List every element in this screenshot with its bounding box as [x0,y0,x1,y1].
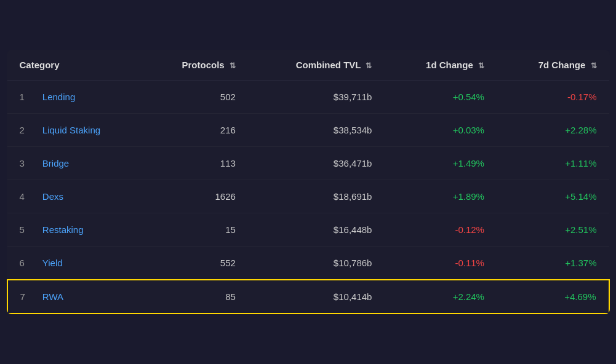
tvl-header[interactable]: Combined TVL ⇅ [248,50,385,81]
row-change7d: +5.14% [497,180,609,213]
row-change1d: +1.89% [384,180,497,213]
category-header: Category [7,50,142,81]
row-protocols: 502 [142,81,248,114]
row-category[interactable]: Bridge [30,147,142,180]
row-category[interactable]: Dexs [30,180,142,213]
row-protocols: 85 [142,280,248,314]
row-change1d: -0.11% [384,247,497,280]
row-category[interactable]: Liquid Staking [30,114,142,147]
table-row: 4 Dexs 1626 $18,691b +1.89% +5.14% [7,180,609,213]
row-tvl: $38,534b [248,114,385,147]
row-category[interactable]: Restaking [30,213,142,247]
protocols-header[interactable]: Protocols ⇅ [142,50,248,81]
protocols-sort-icon: ⇅ [230,61,236,70]
row-rank: 6 [7,247,30,280]
change7d-header-label: 7d Change [538,60,586,70]
table-row: 6 Yield 552 $10,786b -0.11% +1.37% [7,247,609,280]
row-rank: 4 [7,180,30,213]
row-change1d: +2.24% [384,280,497,314]
change7d-sort-icon: ⇅ [591,61,597,70]
row-tvl: $16,448b [248,213,385,247]
row-change7d: +4.69% [497,280,609,314]
change1d-sort-icon: ⇅ [478,61,484,70]
table-row: 5 Restaking 15 $16,448b -0.12% +2.51% [7,213,609,247]
row-rank: 2 [7,114,30,147]
row-tvl: $18,691b [248,180,385,213]
row-change1d: +0.03% [384,114,497,147]
table-row: 3 Bridge 113 $36,471b +1.49% +1.11% [7,147,609,180]
row-category[interactable]: RWA [30,280,142,314]
row-protocols: 552 [142,247,248,280]
row-rank: 1 [7,81,30,114]
tvl-sort-icon: ⇅ [366,61,372,70]
row-protocols: 15 [142,213,248,247]
table-row: 7 RWA 85 $10,414b +2.24% +4.69% [7,280,609,314]
row-tvl: $10,786b [248,247,385,280]
row-category[interactable]: Lending [30,81,142,114]
category-header-label: Category [20,60,60,70]
change1d-header-label: 1d Change [426,60,473,70]
row-change7d: +2.51% [497,213,609,247]
category-table: Category Protocols ⇅ Combined TVL ⇅ 1d C… [7,50,610,314]
row-change7d: +2.28% [497,114,609,147]
row-change7d: +1.37% [497,247,609,280]
row-change1d: -0.12% [384,213,497,247]
protocols-header-label: Protocols [182,60,225,70]
row-change1d: +1.49% [384,147,497,180]
tvl-header-label: Combined TVL [296,60,361,70]
row-protocols: 1626 [142,180,248,213]
row-rank: 5 [7,213,30,247]
row-change7d: +1.11% [497,147,609,180]
row-category[interactable]: Yield [30,247,142,280]
table-row: 2 Liquid Staking 216 $38,534b +0.03% +2.… [7,114,609,147]
main-table-container: Category Protocols ⇅ Combined TVL ⇅ 1d C… [7,50,610,314]
row-tvl: $39,711b [248,81,385,114]
table-row: 1 Lending 502 $39,711b +0.54% -0.17% [7,81,609,114]
row-tvl: $10,414b [248,280,385,314]
table-header-row: Category Protocols ⇅ Combined TVL ⇅ 1d C… [7,50,609,81]
change1d-header[interactable]: 1d Change ⇅ [384,50,497,81]
row-rank: 3 [7,147,30,180]
row-change1d: +0.54% [384,81,497,114]
row-change7d: -0.17% [497,81,609,114]
row-rank: 7 [7,280,30,314]
row-protocols: 113 [142,147,248,180]
change7d-header[interactable]: 7d Change ⇅ [497,50,609,81]
row-protocols: 216 [142,114,248,147]
row-tvl: $36,471b [248,147,385,180]
